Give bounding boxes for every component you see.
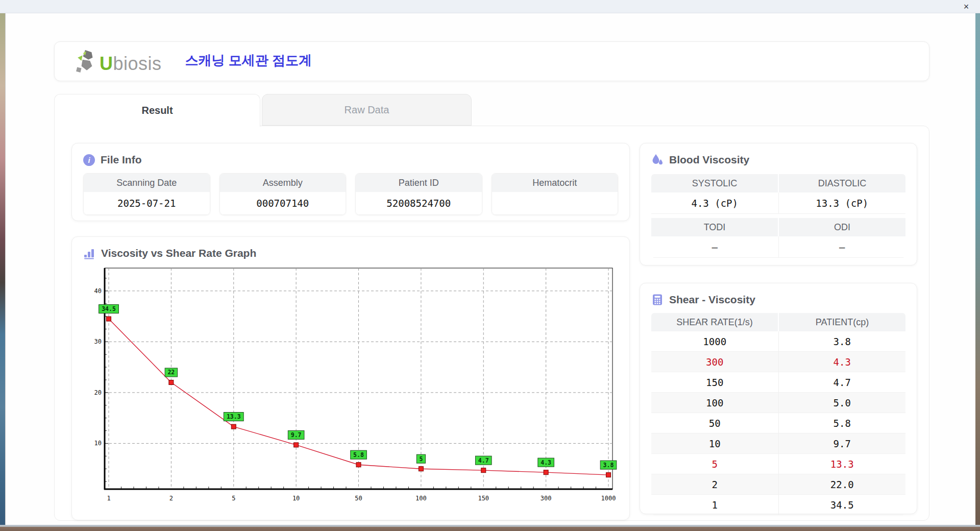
viscosity-graph-card: Viscosity vs Shear Rate Graph 1020304012… xyxy=(71,236,630,520)
field-label: Assembly xyxy=(220,174,346,192)
patient-viscosity-cell: 5.8 xyxy=(779,413,906,433)
field-value: 000707140 xyxy=(220,192,346,214)
desktop-strip-left xyxy=(0,13,5,531)
field-value xyxy=(492,192,618,214)
field-value: 2025-07-21 xyxy=(84,192,210,214)
ubiosis-logo-icon xyxy=(76,50,97,73)
table-row: 10 9.7 xyxy=(651,433,905,454)
field-label: Hematocrit xyxy=(492,174,618,192)
shear-table: SHEAR RATE(1/s) PATIENT(cp) 1000 3.8 300… xyxy=(651,313,905,515)
blood-viscosity-card: Blood Viscosity SYSTOLIC DIASTOLIC 4.3 (… xyxy=(640,143,917,266)
patient-header: PATIENT(cp) xyxy=(779,313,905,331)
viscosity-chart-svg: 102030401251050100150300100034.52213.39.… xyxy=(89,266,625,506)
svg-text:100: 100 xyxy=(415,495,427,502)
svg-text:20: 20 xyxy=(94,389,102,396)
patient-viscosity-cell: 34.5 xyxy=(779,495,906,515)
svg-text:2: 2 xyxy=(169,495,173,502)
file-info-fields: Scanning Date2025-07-21Assembly000707140… xyxy=(83,173,618,215)
svg-text:5: 5 xyxy=(419,455,423,463)
app-window: Ubiosis 스캐닝 모세관 점도계 Result Raw Data i Fi… xyxy=(5,13,975,525)
table-row: 2 22.0 xyxy=(651,474,905,495)
shear-rate-cell: 1000 xyxy=(651,331,779,351)
result-panel: i File Info Scanning Date2025-07-21Assem… xyxy=(54,126,929,521)
patient-viscosity-cell: 5.0 xyxy=(779,393,906,413)
shear-rate-cell: 2 xyxy=(651,474,779,494)
file-info-field: Scanning Date2025-07-21 xyxy=(83,173,210,215)
bar-chart-icon xyxy=(83,247,95,259)
svg-text:9.7: 9.7 xyxy=(291,431,302,439)
file-info-field: Patient ID52008524700 xyxy=(355,173,482,215)
shear-viscosity-card: Shear - Viscosity SHEAR RATE(1/s) PATIEN… xyxy=(640,283,917,514)
svg-text:5.8: 5.8 xyxy=(353,451,364,458)
file-info-card: i File Info Scanning Date2025-07-21Assem… xyxy=(71,143,630,221)
table-row: 150 4.7 xyxy=(651,372,905,393)
svg-text:13.3: 13.3 xyxy=(227,413,241,420)
field-label: Scanning Date xyxy=(84,174,210,192)
shear-rate-cell: 10 xyxy=(651,433,779,453)
field-label: Patient ID xyxy=(356,174,482,192)
shear-rate-header: SHEAR RATE(1/s) xyxy=(651,313,779,331)
page-title: 스캐닝 모세관 점도계 xyxy=(185,52,312,69)
table-row: 1000 3.8 xyxy=(651,331,905,352)
blood-viscosity-table: SYSTOLIC DIASTOLIC 4.3 (cP) 13.3 (cP) TO… xyxy=(651,174,905,258)
svg-text:10: 10 xyxy=(94,440,102,447)
patient-viscosity-cell: 22.0 xyxy=(779,474,906,494)
shear-rate-cell: 5 xyxy=(651,454,779,474)
shear-rate-cell: 150 xyxy=(651,372,779,392)
svg-text:3.8: 3.8 xyxy=(603,462,614,469)
svg-text:10: 10 xyxy=(292,495,300,502)
svg-text:40: 40 xyxy=(94,287,102,295)
todi-header: TODI xyxy=(651,218,779,236)
svg-text:4.3: 4.3 xyxy=(541,459,551,466)
svg-text:5: 5 xyxy=(232,495,235,502)
tab-result[interactable]: Result xyxy=(54,94,260,127)
table-row: 5 13.3 xyxy=(651,454,905,474)
odi-header: ODI xyxy=(779,218,905,236)
file-info-field: Assembly000707140 xyxy=(219,173,347,215)
diastolic-header: DIASTOLIC xyxy=(779,174,905,192)
patient-viscosity-cell: 3.8 xyxy=(779,331,906,351)
patient-viscosity-cell: 4.7 xyxy=(779,372,906,392)
blood-drops-icon xyxy=(651,154,664,166)
table-row: 100 5.0 xyxy=(651,393,905,413)
svg-text:4.7: 4.7 xyxy=(478,457,489,464)
graph-title: Viscosity vs Shear Rate Graph xyxy=(83,247,618,259)
svg-text:34.5: 34.5 xyxy=(102,305,116,312)
file-info-field: Hematocrit xyxy=(492,173,619,215)
desktop-strip-right xyxy=(975,13,980,531)
ubiosis-logo: Ubiosis xyxy=(76,50,162,73)
blood-viscosity-title: Blood Viscosity xyxy=(651,154,905,166)
shear-table-body: 1000 3.8 300 4.3 150 4.7 100 5.0 50 5.8 … xyxy=(651,331,905,515)
svg-text:150: 150 xyxy=(478,495,489,502)
logo-text: Ubiosis xyxy=(100,55,162,73)
table-row: 50 5.8 xyxy=(651,413,905,433)
systolic-header: SYSTOLIC xyxy=(651,174,779,192)
shear-rate-cell: 50 xyxy=(651,413,779,433)
info-icon: i xyxy=(83,154,95,166)
shear-rate-cell: 100 xyxy=(651,393,779,413)
field-value: 52008524700 xyxy=(356,192,482,214)
svg-text:300: 300 xyxy=(541,495,552,502)
odi-value: – xyxy=(779,236,906,258)
table-row: 300 4.3 xyxy=(651,352,905,372)
svg-text:30: 30 xyxy=(94,338,102,345)
svg-text:1000: 1000 xyxy=(601,495,616,502)
svg-text:22: 22 xyxy=(167,369,175,376)
patient-viscosity-cell: 13.3 xyxy=(779,454,906,474)
tab-raw-data[interactable]: Raw Data xyxy=(262,94,472,126)
todi-value: – xyxy=(651,236,779,258)
patient-viscosity-cell: 9.7 xyxy=(779,433,906,453)
table-row: 1 34.5 xyxy=(651,495,905,515)
app-header: Ubiosis 스캐닝 모세관 점도계 xyxy=(54,41,929,81)
systolic-value: 4.3 (cP) xyxy=(651,192,779,214)
svg-text:50: 50 xyxy=(355,495,362,502)
shear-rate-cell: 300 xyxy=(651,352,779,372)
file-info-title: i File Info xyxy=(83,154,618,166)
diastolic-value: 13.3 (cP) xyxy=(779,192,906,214)
shear-viscosity-title: Shear - Viscosity xyxy=(651,294,905,306)
svg-text:1: 1 xyxy=(107,495,110,502)
close-icon[interactable]: × xyxy=(961,1,972,12)
viscosity-chart: 102030401251050100150300100034.52213.39.… xyxy=(89,266,618,509)
window-titlebar: × xyxy=(0,0,980,13)
patient-viscosity-cell: 4.3 xyxy=(779,352,906,372)
